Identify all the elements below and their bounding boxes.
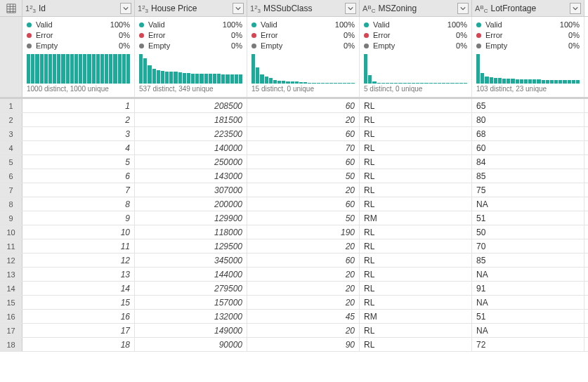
cell[interactable]: 144000 bbox=[135, 268, 247, 281]
cell[interactable]: 16 bbox=[22, 310, 135, 323]
table-row[interactable]: 3322350060RL68 bbox=[0, 127, 588, 141]
cell[interactable]: RM bbox=[360, 211, 472, 225]
cell[interactable]: 84 bbox=[472, 155, 584, 169]
cell[interactable]: 50 bbox=[247, 169, 360, 183]
row-number[interactable]: 9 bbox=[0, 211, 22, 225]
cell[interactable]: RM bbox=[360, 310, 472, 323]
cell[interactable]: 60 bbox=[247, 253, 360, 267]
column-header[interactable]: 123MSSubClass bbox=[247, 0, 360, 16]
cell[interactable]: 15 bbox=[22, 296, 135, 309]
type-icon-number[interactable]: 123 bbox=[25, 4, 36, 13]
row-number[interactable]: 13 bbox=[0, 268, 22, 281]
cell[interactable]: 70 bbox=[472, 239, 584, 253]
cell[interactable]: RL bbox=[360, 197, 472, 211]
table-row[interactable]: 9912990050RM51 bbox=[0, 211, 588, 225]
row-number[interactable]: 3 bbox=[0, 127, 22, 140]
cell[interactable]: NA bbox=[472, 324, 584, 337]
cell[interactable]: 60 bbox=[247, 99, 360, 112]
cell[interactable]: 60 bbox=[247, 127, 360, 140]
cell[interactable]: 140000 bbox=[135, 141, 247, 154]
table-row[interactable]: 111112950020RL70 bbox=[0, 239, 588, 253]
column-filter-dropdown[interactable] bbox=[457, 3, 469, 14]
cell[interactable]: 50 bbox=[472, 225, 584, 239]
cell[interactable]: 157000 bbox=[135, 296, 247, 309]
table-row[interactable]: 171714900020RLNA bbox=[0, 324, 588, 338]
cell[interactable]: 70 bbox=[247, 141, 360, 154]
cell[interactable]: NA bbox=[472, 197, 584, 211]
cell[interactable]: 20 bbox=[247, 268, 360, 281]
column-header[interactable]: ABCLotFrontage bbox=[472, 0, 584, 16]
row-number[interactable]: 4 bbox=[0, 141, 22, 154]
cell[interactable]: 50 bbox=[247, 211, 360, 225]
table-row[interactable]: 5525000060RL84 bbox=[0, 155, 588, 169]
cell[interactable]: 223500 bbox=[135, 127, 247, 140]
row-number[interactable]: 12 bbox=[0, 253, 22, 267]
cell[interactable]: 90 bbox=[247, 338, 360, 351]
cell[interactable]: 20 bbox=[247, 296, 360, 309]
cell[interactable]: 90000 bbox=[135, 338, 247, 351]
cell[interactable]: RL bbox=[360, 183, 472, 197]
cell[interactable]: RL bbox=[360, 253, 472, 267]
cell[interactable]: 3 bbox=[22, 127, 135, 140]
cell[interactable]: 5 bbox=[22, 155, 135, 169]
type-icon-text[interactable]: ABC bbox=[475, 4, 488, 13]
cell[interactable]: RL bbox=[360, 338, 472, 351]
cell[interactable]: 149000 bbox=[135, 324, 247, 337]
cell[interactable]: 118000 bbox=[135, 225, 247, 239]
row-number[interactable]: 5 bbox=[0, 155, 22, 169]
cell[interactable]: 60 bbox=[247, 155, 360, 169]
row-number[interactable]: 16 bbox=[0, 310, 22, 323]
row-number[interactable]: 11 bbox=[0, 239, 22, 253]
cell[interactable]: 11 bbox=[22, 239, 135, 253]
cell[interactable]: 75 bbox=[472, 183, 584, 197]
cell[interactable]: 85 bbox=[472, 253, 584, 267]
table-row[interactable]: 1010118000190RL50 bbox=[0, 225, 588, 239]
cell[interactable]: 1 bbox=[22, 99, 135, 112]
cell[interactable]: 200000 bbox=[135, 197, 247, 211]
cell[interactable]: 279500 bbox=[135, 282, 247, 295]
table-row[interactable]: 4414000070RL60 bbox=[0, 141, 588, 155]
cell[interactable]: RL bbox=[360, 225, 472, 239]
table-icon[interactable] bbox=[0, 0, 22, 16]
table-row[interactable]: 141427950020RL91 bbox=[0, 282, 588, 296]
row-number[interactable]: 15 bbox=[0, 296, 22, 309]
cell[interactable]: 85 bbox=[472, 169, 584, 183]
table-row[interactable]: 121234500060RL85 bbox=[0, 253, 588, 268]
row-number[interactable]: 14 bbox=[0, 282, 22, 295]
row-number[interactable]: 6 bbox=[0, 169, 22, 183]
column-filter-dropdown[interactable] bbox=[345, 3, 356, 14]
cell[interactable]: 17 bbox=[22, 324, 135, 337]
cell[interactable]: 129900 bbox=[135, 211, 247, 225]
cell[interactable]: 4 bbox=[22, 141, 135, 154]
table-row[interactable]: 18189000090RL72 bbox=[0, 338, 588, 352]
cell[interactable]: 51 bbox=[472, 310, 584, 323]
cell[interactable]: 20 bbox=[247, 282, 360, 295]
cell[interactable]: 9 bbox=[22, 211, 135, 225]
cell[interactable]: 14 bbox=[22, 282, 135, 295]
row-number[interactable]: 17 bbox=[0, 324, 22, 337]
cell[interactable]: 51 bbox=[472, 211, 584, 225]
cell[interactable]: RL bbox=[360, 141, 472, 154]
cell[interactable]: 7 bbox=[22, 183, 135, 197]
cell[interactable]: 60 bbox=[247, 197, 360, 211]
row-number[interactable]: 10 bbox=[0, 225, 22, 239]
column-filter-dropdown[interactable] bbox=[120, 3, 131, 14]
cell[interactable]: 80 bbox=[472, 113, 584, 126]
cell[interactable]: 60 bbox=[472, 141, 584, 154]
cell[interactable]: RL bbox=[360, 127, 472, 140]
cell[interactable]: 12 bbox=[22, 253, 135, 267]
cell[interactable]: 72 bbox=[472, 338, 584, 351]
cell[interactable]: 190 bbox=[247, 225, 360, 239]
cell[interactable]: RL bbox=[360, 324, 472, 337]
row-number[interactable]: 18 bbox=[0, 338, 22, 351]
cell[interactable]: 8 bbox=[22, 197, 135, 211]
table-row[interactable]: 1120850060RL65 bbox=[0, 99, 588, 113]
type-icon-text[interactable]: ABC bbox=[362, 4, 375, 13]
cell[interactable]: 6 bbox=[22, 169, 135, 183]
table-row[interactable]: 2218150020RL80 bbox=[0, 113, 588, 127]
column-header[interactable]: 123Id bbox=[22, 0, 135, 16]
cell[interactable]: 143000 bbox=[135, 169, 247, 183]
cell[interactable]: 345000 bbox=[135, 253, 247, 267]
cell[interactable]: 18 bbox=[22, 338, 135, 351]
column-header[interactable]: ABCMSZoning bbox=[360, 0, 472, 16]
